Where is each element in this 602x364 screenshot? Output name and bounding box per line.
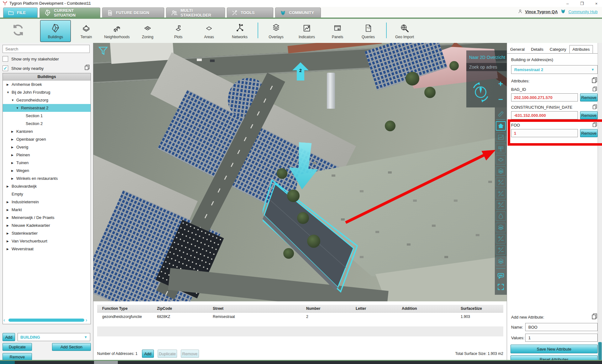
new-attribute-name-input[interactable]: BOO (525, 323, 598, 331)
column-header-number[interactable]: Number (306, 306, 320, 311)
fullscreen-icon[interactable] (496, 282, 506, 292)
maximize-button[interactable]: ❐ (579, 1, 585, 6)
save-new-attribute-button[interactable]: Save New Attribute (510, 345, 598, 353)
scrollbar-thumb[interactable] (8, 319, 84, 322)
add-address-button[interactable]: Add (142, 350, 154, 358)
checkbox-box[interactable] (3, 56, 8, 62)
scroll-right-icon[interactable]: › (86, 318, 89, 322)
copy-attributes-icon[interactable] (591, 77, 598, 85)
copy-list-icon[interactable] (84, 64, 90, 71)
attribute-value-input-foo[interactable]: 1 (511, 129, 578, 137)
chevron-right-icon[interactable]: ▶ (7, 216, 10, 219)
tree-item-empty[interactable]: Empty (3, 190, 91, 198)
chevron-right-icon[interactable]: ▶ (7, 240, 10, 243)
nav-tab-tools[interactable]: TOOLS (227, 8, 273, 18)
plusminus-icon[interactable] (496, 234, 506, 243)
ribbon-item-geo-import[interactable]: Geo Import (389, 20, 420, 42)
chevron-right-icon[interactable]: ▶ (11, 177, 14, 180)
tree-item-meinerswijk-de-praets[interactable]: ▶Meinerswijk / De Praets (3, 214, 91, 221)
tree-item-van-verschuerbuurt[interactable]: ▶Van Verschuerbuurt (3, 237, 91, 245)
remove-attribute-button-construction_finish_date[interactable]: Remove (580, 111, 598, 119)
checkbox-box[interactable]: ✓ (3, 65, 8, 71)
layers-icon[interactable] (496, 166, 506, 176)
checkbox-show-only-my-stakeholder[interactable]: Show only my stakeholder (3, 56, 59, 62)
chevron-right-icon[interactable]: ▶ (7, 224, 10, 227)
address-row[interactable]: gezondheidszorgfunctie6828KZRemisestraat… (97, 313, 503, 320)
chevron-right-icon[interactable]: ▶ (11, 130, 14, 133)
ribbon-item-networks[interactable]: Networks (224, 20, 255, 42)
search-input[interactable] (3, 45, 90, 53)
duplicate-button[interactable]: Duplicate (3, 343, 32, 351)
chevron-right-icon[interactable]: ▶ (7, 247, 10, 251)
chevron-down-icon[interactable]: ▼ (7, 91, 10, 94)
layer-icon[interactable] (496, 155, 506, 164)
nav-tab-current-situation[interactable]: CURRENT SITUATION (39, 8, 100, 18)
ribbon-item-queries[interactable]: TQLQueries (353, 20, 384, 42)
user-name-link[interactable]: Vince Tygron QA (525, 9, 558, 14)
right-panel-scrollbar-thumb[interactable] (598, 342, 602, 361)
chevron-right-icon[interactable]: ▶ (7, 83, 10, 86)
remove-address-button[interactable]: Remove (181, 350, 199, 358)
refresh-icon[interactable] (11, 23, 26, 38)
column-header-surfacesize[interactable]: SurfaceSize (461, 306, 482, 311)
right-panel-scrollbar[interactable] (598, 43, 602, 361)
chevron-right-icon[interactable]: ▶ (7, 185, 10, 188)
attribute-value-input-construction_finish_date[interactable]: -631.152.000.000 (511, 111, 578, 119)
ribbon-item-plots[interactable]: Plots (163, 20, 194, 42)
plusminus-icon[interactable] (496, 200, 506, 210)
speech-icon[interactable] (496, 271, 506, 280)
tree-item-industrieterrein[interactable]: ▶Industrieterrein (3, 198, 91, 206)
chevron-right-icon[interactable]: ▶ (7, 232, 10, 235)
zoom-in-button[interactable]: + (498, 81, 503, 87)
ribbon-item-overlays[interactable]: Overlays (261, 20, 291, 42)
column-header-street[interactable]: Street (213, 306, 223, 311)
chevron-right-icon[interactable]: ▶ (11, 169, 14, 172)
nav-tab-community[interactable]: COMMUNITY (275, 8, 321, 18)
nav-tab-file[interactable]: FILE (3, 8, 38, 18)
tab-details[interactable]: Details (528, 45, 547, 53)
tab-general[interactable]: General (507, 45, 528, 53)
tree-item-statenkwartier[interactable]: ▶Statenkwartier (3, 229, 91, 237)
copy-attribute-icon[interactable] (592, 104, 598, 111)
duplicate-address-button[interactable]: Duplicate (158, 350, 177, 358)
droplet-icon[interactable] (496, 211, 506, 221)
chart-icon[interactable] (496, 133, 506, 142)
to-2d-overview-button[interactable]: Naar 2D Overzicht (466, 53, 507, 61)
chevron-right-icon[interactable]: ▶ (11, 146, 14, 149)
tab-category[interactable]: Category (547, 45, 569, 53)
compass-rotate-icon[interactable] (470, 79, 493, 105)
chevron-right-icon[interactable]: ▶ (11, 153, 14, 157)
checkbox-show-only-nearby[interactable]: ✓ Show only nearby (3, 65, 44, 71)
house-icon[interactable] (496, 121, 506, 131)
remove-attribute-button-foo[interactable]: Remove (580, 129, 598, 137)
billboard-icon[interactable] (496, 144, 506, 153)
nav-tab-future-design[interactable]: FUTURE DESIGN (102, 8, 164, 18)
tree-item-section-1[interactable]: Section 1 (3, 112, 91, 120)
plusminus-icon[interactable] (496, 178, 506, 187)
chevron-right-icon[interactable]: ▶ (11, 161, 14, 164)
tree-item-section-2[interactable]: Section 2 (3, 120, 91, 127)
tree-item-remisestraat-2[interactable]: ▼Remisestraat 2 (3, 104, 91, 112)
ribbon-item-panels[interactable]: Panels (322, 20, 353, 42)
community-hub-link[interactable]: Community Hub (568, 9, 598, 14)
close-button[interactable]: × (593, 1, 599, 6)
chevron-right-icon[interactable]: ▶ (7, 208, 10, 211)
tab-attributes[interactable]: Attributes (569, 45, 593, 53)
copy-attribute-icon[interactable] (592, 122, 598, 128)
tree-item-winkels-en-restaurants[interactable]: ▶Winkels en restaurants (3, 174, 91, 182)
ribbon-item-indicators[interactable]: Indicators (291, 20, 322, 42)
building-address-dropdown[interactable]: Remisestraat 2 ▼ (511, 65, 598, 74)
column-header-function-type[interactable]: Function Type (102, 306, 128, 311)
tree-item-markt[interactable]: ▶Markt (3, 206, 91, 214)
add-building-button[interactable]: Add (3, 333, 15, 341)
remove-attribute-button-bag_id[interactable]: Remove (580, 93, 598, 101)
ribbon-item-buildings[interactable]: Buildings (40, 20, 71, 42)
search-address-field[interactable]: Zoek op adres (466, 63, 507, 71)
copy-new-attribute-icon[interactable] (591, 313, 598, 321)
attribute-value-input-bag_id[interactable]: 202.100.000.271.570 (511, 93, 578, 101)
tree-item-bij-de-john-frostbrug[interactable]: ▼Bij de John Frostbrug (3, 88, 91, 96)
building-type-dropdown[interactable]: BUILDING ▼ (18, 333, 90, 341)
ribbon-item-neighborhoods[interactable]: Neighborhoods (102, 20, 132, 42)
add-section-button[interactable]: Add Section (52, 343, 91, 351)
tree-item-nieuwe-kadekwartier[interactable]: ▶Nieuwe Kadekwartier (3, 221, 91, 229)
